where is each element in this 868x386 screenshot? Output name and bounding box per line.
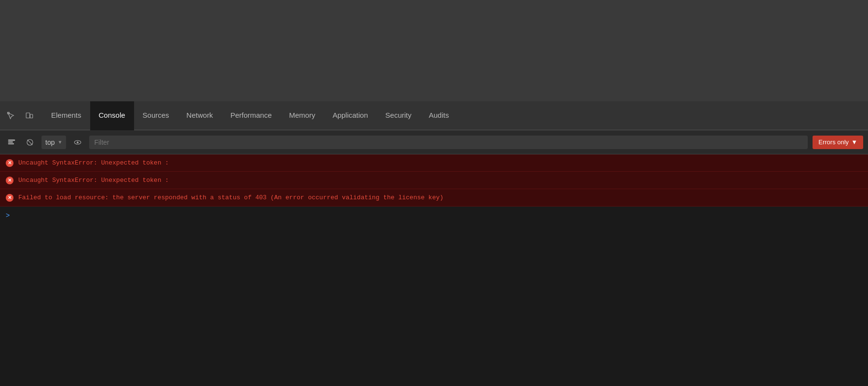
tab-application[interactable]: Application	[324, 101, 377, 130]
console-output: ✕ Uncaught SyntaxError: Unexpected token…	[0, 154, 868, 386]
error-message-3: Failed to load resource: the server resp…	[18, 194, 444, 201]
eye-icon	[73, 138, 82, 147]
tab-audits[interactable]: Audits	[420, 101, 458, 130]
errors-only-dropdown-icon: ▼	[851, 138, 857, 146]
devtools-tab-bar: Elements Console Sources Network Perform…	[0, 101, 868, 130]
console-input-row: >	[0, 207, 868, 224]
browser-top-area	[0, 0, 868, 101]
error-row-1: ✕ Uncaught SyntaxError: Unexpected token…	[0, 154, 868, 172]
stop-recording-button[interactable]	[23, 136, 37, 149]
input-prompt-icon: >	[6, 211, 10, 219]
svg-rect-1	[26, 113, 30, 118]
svg-rect-5	[8, 143, 14, 144]
device-toggle-button[interactable]	[22, 109, 37, 123]
error-row-2: ✕ Uncaught SyntaxError: Unexpected token…	[0, 172, 868, 189]
tab-network[interactable]: Network	[178, 101, 222, 130]
svg-line-7	[27, 139, 33, 145]
error-icon-3: ✕	[6, 194, 14, 202]
context-selector[interactable]: top ▼	[41, 136, 66, 149]
devtools-icon-buttons	[4, 109, 37, 123]
tab-sources[interactable]: Sources	[134, 101, 178, 130]
eye-button[interactable]	[71, 136, 84, 149]
dropdown-arrow-icon: ▼	[57, 139, 62, 145]
stop-icon	[26, 138, 34, 147]
errors-only-button[interactable]: Errors only ▼	[813, 136, 863, 149]
error-message-2: Uncaught SyntaxError: Unexpected token :	[18, 177, 169, 184]
device-icon	[25, 111, 34, 120]
clear-console-button[interactable]	[5, 136, 18, 149]
tab-performance[interactable]: Performance	[222, 101, 281, 130]
devtools-panel: Elements Console Sources Network Perform…	[0, 101, 868, 386]
tab-security[interactable]: Security	[377, 101, 420, 130]
cursor-icon	[7, 111, 15, 120]
svg-rect-4	[8, 141, 13, 142]
svg-rect-3	[8, 139, 15, 140]
svg-point-9	[77, 141, 79, 143]
error-message-1: Uncaught SyntaxError: Unexpected token :	[18, 159, 169, 166]
clear-icon	[7, 138, 16, 147]
filter-input[interactable]	[89, 136, 808, 149]
inspect-element-button[interactable]	[4, 109, 18, 123]
error-icon-1: ✕	[6, 159, 14, 167]
console-toolbar: top ▼ Errors only ▼	[0, 130, 868, 154]
error-icon-2: ✕	[6, 177, 14, 184]
tab-elements[interactable]: Elements	[42, 101, 90, 130]
svg-rect-2	[30, 114, 33, 118]
error-row-3: ✕ Failed to load resource: the server re…	[0, 189, 868, 207]
tab-console[interactable]: Console	[90, 101, 134, 130]
tab-memory[interactable]: Memory	[281, 101, 324, 130]
